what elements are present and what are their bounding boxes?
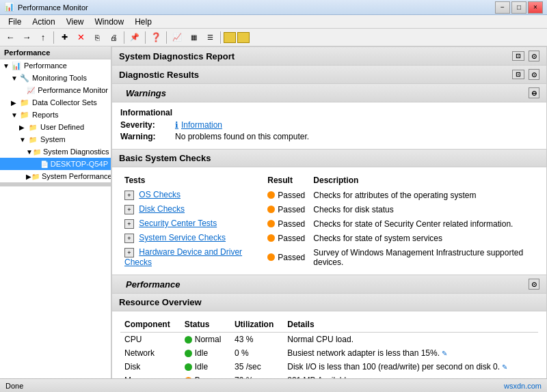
toolbar-btn-yellow1[interactable]: [224, 32, 236, 43]
collapse-btn-warnings[interactable]: ⊖: [529, 87, 539, 98]
resize-handle[interactable]: [0, 182, 111, 186]
checks-desc-2: Checks for state of Security Center rela…: [309, 216, 538, 231]
section-header-system-diagnostics[interactable]: System Diagnostics Report ⊡ ⊙: [111, 46, 547, 66]
menu-window[interactable]: Window: [90, 16, 130, 28]
resource-util-0: 43 %: [230, 333, 283, 347]
toolbar-btn-chart[interactable]: ▦: [186, 30, 201, 45]
menu-help[interactable]: Help: [129, 16, 157, 28]
section-header-basic-checks[interactable]: Basic System Checks: [111, 150, 547, 167]
tree-item-performance[interactable]: ▼ 📊 Performance: [0, 59, 111, 72]
status-dot-2: [267, 220, 275, 227]
status-text: Done: [5, 382, 23, 390]
checks-result-0: Passed: [263, 188, 309, 202]
up-button[interactable]: ↑: [36, 30, 51, 45]
tree-item-user-defined[interactable]: ▶ 📁 User Defined: [0, 121, 111, 133]
warnings-warning-row: Warning: No problems found on this compu…: [120, 132, 538, 141]
expand-icon-3[interactable]: +: [124, 234, 134, 243]
print-button[interactable]: 🖨: [106, 30, 121, 45]
checks-table: Tests Result Description + OS Checks Pas…: [120, 173, 538, 269]
section-header-resource[interactable]: Resource Overview: [111, 294, 547, 311]
help-button[interactable]: ❓: [148, 30, 163, 45]
status-right: wsxdn.com: [504, 382, 542, 390]
warnings-warning-label: Warning:: [120, 132, 168, 141]
resource-util-1: 0 %: [230, 346, 283, 360]
checks-link-1[interactable]: Disk Checks: [139, 204, 185, 214]
tree-item-reports[interactable]: ▼ 📁 Reports: [0, 109, 111, 121]
checks-desc-1: Checks for disk status: [309, 202, 538, 216]
tree-item-system[interactable]: ▼ 📁 System: [0, 133, 111, 145]
icon-monitoring-tools: 🔧: [19, 73, 30, 83]
expand-icon-2[interactable]: +: [124, 219, 134, 229]
resource-status-2: Idle: [181, 360, 230, 374]
icon-performance: 📊: [11, 61, 22, 70]
status-dot-1: [267, 206, 275, 213]
arrow-user-defined: ▶: [19, 124, 27, 131]
section-icon-system-diagnostics[interactable]: ⊡: [512, 51, 524, 61]
resource-col-utilization: Utilization: [230, 317, 283, 333]
menu-view[interactable]: View: [61, 16, 90, 28]
expand-icon-1[interactable]: +: [124, 205, 134, 214]
resource-details-2: Disk I/O is less than 100 (read/write) p…: [283, 360, 538, 374]
expand-icon-0[interactable]: +: [124, 191, 134, 200]
resource-content: Component Status Utilization Details CPU…: [111, 311, 547, 378]
checks-test-1: + Disk Checks: [120, 202, 263, 216]
back-button[interactable]: ←: [3, 30, 18, 45]
menu-file[interactable]: File: [3, 16, 27, 28]
minimize-button[interactable]: −: [495, 1, 510, 14]
tree-item-system-diagnostics[interactable]: ▼ 📁 System Diagnostics: [0, 145, 111, 158]
perf-monitor-btn[interactable]: 📈: [170, 30, 185, 45]
resource-col-status: Status: [181, 317, 230, 333]
resource-component-0: CPU: [120, 333, 181, 347]
expand-icon-4[interactable]: +: [124, 248, 134, 257]
section-header-warnings[interactable]: Warnings ⊖: [111, 84, 547, 102]
warnings-severity-value[interactable]: ℹ Information: [175, 120, 222, 130]
checks-row-3: + System Service Checks Passed Checks fo…: [120, 231, 538, 245]
tree-item-monitoring-tools[interactable]: ▼ 🔧 Monitoring Tools: [0, 72, 111, 84]
restore-button[interactable]: □: [511, 1, 526, 14]
new-button[interactable]: ✚: [57, 30, 72, 45]
checks-link-3[interactable]: System Service Checks: [139, 233, 226, 242]
section-icon-diagnostic-results[interactable]: ⊡: [512, 70, 524, 79]
arrow-reports: ▼: [11, 111, 19, 119]
collapse-btn-diagnostic-results[interactable]: ⊙: [529, 69, 539, 80]
checks-result-4: Passed: [263, 245, 309, 269]
section-header-performance[interactable]: Performance ⊙: [111, 275, 547, 294]
section-title-performance: Performance: [126, 279, 180, 290]
section-header-diagnostic-results[interactable]: Diagnostic Results ⊡ ⊙: [111, 66, 547, 84]
checks-link-0[interactable]: OS Checks: [139, 190, 181, 199]
resource-row-3: Memory Busy 79 % 821 MB Available.: [120, 374, 538, 378]
copy-button[interactable]: ⎘: [90, 30, 105, 45]
tree-item-system-performance[interactable]: ▶ 📁 System Performance: [0, 170, 111, 182]
toolbar-separator-3: [145, 31, 146, 44]
tree-item-data-collector[interactable]: ▶ 📁 Data Collector Sets: [0, 96, 111, 109]
left-panel: Performance ▼ 📊 Performance ▼ 🔧 Monitori…: [0, 46, 111, 378]
checks-result-3: Passed: [263, 231, 309, 245]
arrow-system-performance: ▶: [26, 173, 31, 180]
forward-button[interactable]: →: [19, 30, 34, 45]
checks-desc-3: Checks for state of system services: [309, 231, 538, 245]
checks-link-2[interactable]: Security Center Tests: [139, 219, 217, 228]
checks-result-1: Passed: [263, 202, 309, 216]
status-dot-4: [267, 253, 275, 261]
tree-item-perf-monitor[interactable]: ▶ 📈 Performance Monitor: [0, 84, 111, 96]
checks-link-4[interactable]: Hardware Device and Driver Checks: [124, 247, 242, 267]
warnings-subtitle: Informational: [120, 108, 538, 117]
close-button[interactable]: ×: [528, 1, 543, 14]
checks-test-3: + System Service Checks: [120, 231, 263, 245]
toolbar-btn-yellow2[interactable]: [237, 32, 250, 43]
tree-item-desktop[interactable]: ▶ 📄 DESKTOP-Q54P: [0, 158, 111, 170]
delete-button[interactable]: ✕: [73, 30, 88, 45]
right-panel: System Diagnostics Report ⊡ ⊙ Diagnostic…: [111, 46, 547, 378]
status-dot-0: [267, 191, 275, 199]
resource-dot-2: [185, 363, 192, 371]
toolbar-btn-report[interactable]: ☰: [202, 30, 217, 45]
menu-action[interactable]: Action: [27, 16, 60, 28]
checks-row-1: + Disk Checks Passed Checks for disk sta…: [120, 202, 538, 216]
resource-dot-3: [185, 377, 192, 379]
resource-details-1: Busiest network adapter is less than 15%…: [283, 346, 538, 360]
collapse-btn-performance[interactable]: ⊙: [529, 279, 539, 290]
collapse-btn-system-diagnostics[interactable]: ⊙: [529, 51, 539, 61]
pin-button[interactable]: 📌: [127, 30, 142, 45]
icon-system-performance: 📁: [31, 171, 40, 181]
arrow-data-collector: ▶: [11, 99, 19, 107]
